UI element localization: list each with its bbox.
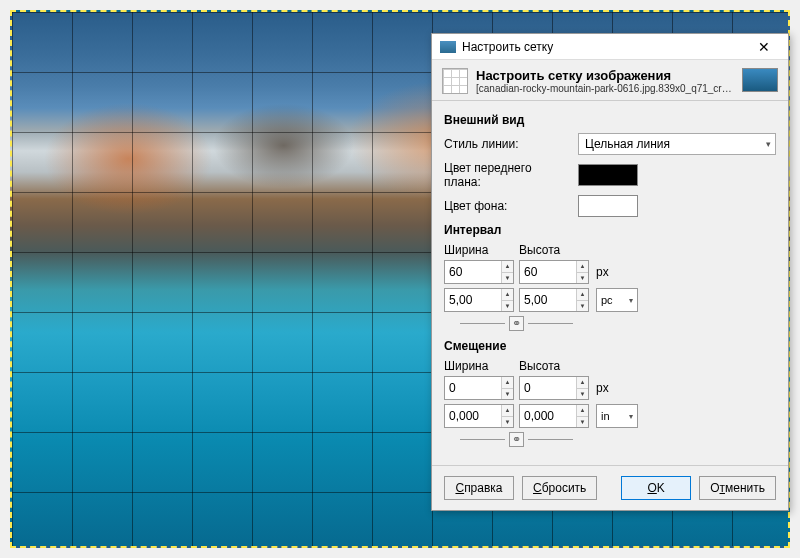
help-button[interactable]: Справка <box>444 476 514 500</box>
bg-color-label: Цвет фона: <box>444 199 570 213</box>
spin-down-icon[interactable]: ▼ <box>502 389 513 400</box>
chevron-down-icon: ▾ <box>766 139 771 149</box>
line-style-value: Цельная линия <box>585 137 670 151</box>
fg-color-swatch[interactable] <box>578 164 638 186</box>
reset-button[interactable]: Сбросить <box>522 476 597 500</box>
spin-up-icon[interactable]: ▲ <box>577 261 588 273</box>
interval-height-px-spinner[interactable]: ▲▼ <box>519 260 589 284</box>
interval-link-bar: ⚭ <box>444 316 589 331</box>
offset-height-in-input[interactable] <box>520 405 576 427</box>
bg-color-swatch[interactable] <box>578 195 638 217</box>
offset-section: Смещение <box>444 339 776 353</box>
offset-height-in-spinner[interactable]: ▲▼ <box>519 404 589 428</box>
chevron-down-icon: ▾ <box>629 296 633 305</box>
interval-width-pc-input[interactable] <box>445 289 501 311</box>
cancel-button[interactable]: Отменить <box>699 476 776 500</box>
button-bar: Справка Сбросить OK Отменить <box>432 465 788 510</box>
interval-unit-pc-select[interactable]: pc ▾ <box>596 288 638 312</box>
spin-up-icon[interactable]: ▲ <box>577 405 588 417</box>
offset-width-px-input[interactable] <box>445 377 501 399</box>
interval-width-pc-spinner[interactable]: ▲▼ <box>444 288 514 312</box>
line-style-label: Стиль линии: <box>444 137 570 151</box>
offset-width-px-spinner[interactable]: ▲▼ <box>444 376 514 400</box>
spin-down-icon[interactable]: ▼ <box>577 389 588 400</box>
offset-width-in-spinner[interactable]: ▲▼ <box>444 404 514 428</box>
chain-link-icon[interactable]: ⚭ <box>509 316 524 331</box>
interval-unit-px: px <box>596 265 609 279</box>
spin-up-icon[interactable]: ▲ <box>502 261 513 273</box>
interval-width-px-input[interactable] <box>445 261 501 283</box>
app-icon <box>440 41 456 53</box>
spin-up-icon[interactable]: ▲ <box>502 405 513 417</box>
configure-grid-dialog: Настроить сетку ✕ Настроить сетку изобра… <box>431 33 789 511</box>
spin-up-icon[interactable]: ▲ <box>502 289 513 301</box>
interval-width-label: Ширина <box>444 243 519 257</box>
interval-height-pc-spinner[interactable]: ▲▼ <box>519 288 589 312</box>
spin-down-icon[interactable]: ▼ <box>577 273 588 284</box>
header-subtitle: [canadian-rocky-mountain-park-0616.jpg.8… <box>476 83 734 94</box>
titlebar[interactable]: Настроить сетку ✕ <box>432 34 788 60</box>
interval-width-px-spinner[interactable]: ▲▼ <box>444 260 514 284</box>
spin-down-icon[interactable]: ▼ <box>577 417 588 428</box>
spin-up-icon[interactable]: ▲ <box>502 377 513 389</box>
spin-down-icon[interactable]: ▼ <box>577 301 588 312</box>
offset-height-px-spinner[interactable]: ▲▼ <box>519 376 589 400</box>
interval-height-px-input[interactable] <box>520 261 576 283</box>
chevron-down-icon: ▾ <box>629 412 633 421</box>
spin-down-icon[interactable]: ▼ <box>502 301 513 312</box>
interval-height-pc-input[interactable] <box>520 289 576 311</box>
offset-height-px-input[interactable] <box>520 377 576 399</box>
interval-section: Интервал <box>444 223 776 237</box>
ok-button[interactable]: OK <box>621 476 691 500</box>
spin-down-icon[interactable]: ▼ <box>502 273 513 284</box>
dialog-header: Настроить сетку изображения [canadian-ro… <box>432 60 788 101</box>
offset-unit-px: px <box>596 381 609 395</box>
spin-down-icon[interactable]: ▼ <box>502 417 513 428</box>
offset-width-label: Ширина <box>444 359 519 373</box>
chain-link-icon[interactable]: ⚭ <box>509 432 524 447</box>
fg-color-label: Цвет переднего плана: <box>444 161 570 189</box>
window-title: Настроить сетку <box>462 40 744 54</box>
interval-height-label: Высота <box>519 243 594 257</box>
offset-height-label: Высота <box>519 359 594 373</box>
spin-up-icon[interactable]: ▲ <box>577 289 588 301</box>
offset-unit-in-select[interactable]: in ▾ <box>596 404 638 428</box>
image-thumbnail <box>742 68 778 92</box>
grid-icon <box>442 68 468 94</box>
offset-link-bar: ⚭ <box>444 432 589 447</box>
line-style-select[interactable]: Цельная линия ▾ <box>578 133 776 155</box>
header-title: Настроить сетку изображения <box>476 68 734 83</box>
spin-up-icon[interactable]: ▲ <box>577 377 588 389</box>
close-icon[interactable]: ✕ <box>744 35 784 59</box>
appearance-section: Внешний вид <box>444 113 776 127</box>
offset-width-in-input[interactable] <box>445 405 501 427</box>
